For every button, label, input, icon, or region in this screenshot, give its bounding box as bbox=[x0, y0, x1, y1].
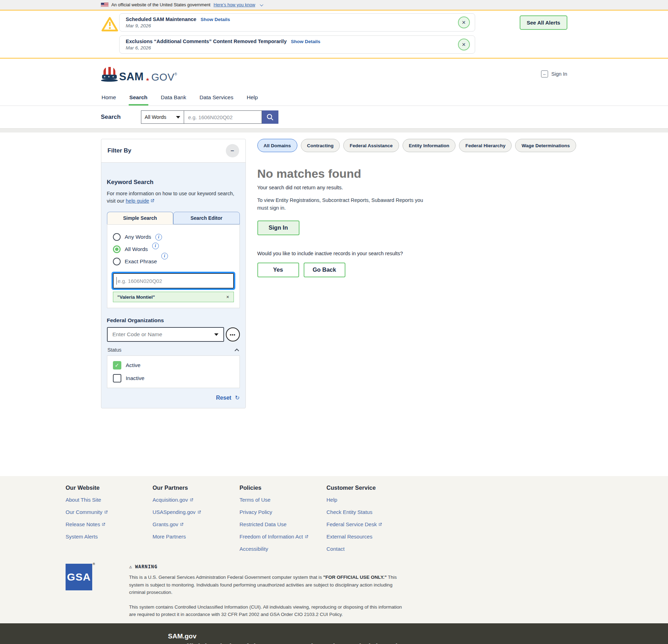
gsa-logo: GSA ® bbox=[66, 564, 92, 590]
footer-column-policies: Policies Terms of Use Privacy Policy Res… bbox=[239, 484, 326, 558]
footer-link-privacy-policy[interactable]: Privacy Policy bbox=[239, 509, 326, 515]
info-icon[interactable]: i bbox=[161, 253, 168, 259]
footer-link-check-entity-status[interactable]: Check Entity Status bbox=[326, 509, 413, 515]
radio-all-words[interactable] bbox=[113, 245, 121, 253]
info-icon[interactable]: i bbox=[152, 243, 159, 249]
warning-triangle-icon bbox=[101, 13, 119, 34]
radio-label-any-words[interactable]: Any Words bbox=[125, 234, 151, 240]
domain-tab-federal-hierarchy[interactable]: Federal Hierarchy bbox=[459, 139, 512, 152]
footer-link-external-resources[interactable]: External Resources bbox=[326, 534, 413, 540]
radio-label-all-words[interactable]: All Words bbox=[125, 246, 148, 252]
sign-in-arrow-icon: ← bbox=[541, 70, 548, 77]
domain-tab-contracting[interactable]: Contracting bbox=[301, 139, 340, 152]
logo-text-gov: GOV® bbox=[151, 73, 177, 82]
help-guide-link[interactable]: help guide bbox=[126, 198, 155, 204]
federal-organizations-placeholder: Enter Code or Name bbox=[113, 331, 162, 338]
footer-tagline: An official website of the U.S. General … bbox=[168, 643, 668, 644]
footer-link-release-notes[interactable]: Release Notes bbox=[66, 521, 153, 527]
status-label: Status bbox=[108, 347, 122, 353]
tab-search-editor[interactable]: Search Editor bbox=[173, 212, 240, 224]
nav-item-help[interactable]: Help bbox=[246, 89, 258, 106]
federal-organizations-title: Federal Organizations bbox=[107, 317, 240, 324]
footer-link-help[interactable]: Help bbox=[326, 497, 413, 503]
footer-link-acquisition-gov[interactable]: Acquisition.gov bbox=[153, 497, 239, 503]
radio-any-words[interactable] bbox=[113, 233, 121, 241]
alert-show-details-link[interactable]: Show Details bbox=[201, 17, 230, 22]
results-area: All Domains Contracting Federal Assistan… bbox=[257, 139, 576, 277]
info-icon[interactable]: i bbox=[155, 234, 162, 240]
footer-link-foia[interactable]: Freedom of Information Act bbox=[239, 534, 326, 540]
checkbox-label-active[interactable]: Active bbox=[126, 362, 141, 368]
external-link-icon bbox=[304, 535, 309, 539]
chevron-down-icon bbox=[260, 3, 263, 6]
text-caret bbox=[116, 277, 117, 285]
footer-link-restricted-data-use[interactable]: Restricted Data Use bbox=[239, 521, 326, 527]
footer-link-system-alerts[interactable]: System Alerts bbox=[66, 534, 153, 540]
footer-link-usaspending-gov[interactable]: USASpending.gov bbox=[153, 509, 239, 515]
more-options-button[interactable]: ••• bbox=[226, 327, 240, 341]
footer-link-federal-service-desk[interactable]: Federal Service Desk bbox=[326, 521, 413, 527]
sign-in-note: To view Entity Registrations, Subcontrac… bbox=[257, 197, 427, 212]
footer-column-title: Our Partners bbox=[153, 484, 239, 491]
external-link-icon bbox=[197, 510, 201, 514]
sign-in-button[interactable]: Sign In bbox=[257, 221, 299, 235]
search-input[interactable] bbox=[184, 110, 262, 124]
remove-tag-icon[interactable]: × bbox=[226, 294, 229, 300]
nav-item-search[interactable]: Search bbox=[129, 89, 148, 106]
alert-show-details-link[interactable]: Show Details bbox=[291, 39, 320, 44]
footer-column-title: Our Website bbox=[66, 484, 153, 491]
domain-tab-entity-information[interactable]: Entity Information bbox=[403, 139, 456, 152]
footer-link-more-partners[interactable]: More Partners bbox=[153, 534, 239, 540]
footer-link-contact[interactable]: Contact bbox=[326, 546, 413, 552]
select-arrow-icon bbox=[214, 333, 218, 336]
search-submit-button[interactable] bbox=[262, 110, 278, 124]
content: Filter By − Keyword Search For more info… bbox=[0, 133, 668, 476]
search-mode-select[interactable]: All Words bbox=[141, 110, 184, 124]
checkbox-inactive[interactable] bbox=[113, 374, 121, 382]
sam-gov-logo[interactable]: ★ ★ ★ SAM ★ GOV® bbox=[101, 66, 177, 82]
chevron-up-icon[interactable] bbox=[235, 348, 239, 353]
alert-close-icon[interactable]: × bbox=[458, 16, 470, 28]
footer-site-name: SAM.gov bbox=[168, 632, 668, 640]
see-all-alerts-button[interactable]: See All Alerts bbox=[520, 15, 567, 30]
registered-mark: ® bbox=[175, 72, 177, 76]
footer-column-title: Policies bbox=[239, 484, 326, 491]
footer-link-terms-of-use[interactable]: Terms of Use bbox=[239, 497, 326, 503]
footer-column-customer-service: Customer Service Help Check Entity Statu… bbox=[326, 484, 413, 558]
domain-tab-wage-determinations[interactable]: Wage Determinations bbox=[515, 139, 576, 152]
gov-banner-link[interactable]: Here’s how you know bbox=[214, 2, 255, 7]
tab-simple-search[interactable]: Simple Search bbox=[107, 212, 174, 224]
no-matches-title: No matches found bbox=[257, 167, 576, 181]
yes-button[interactable]: Yes bbox=[257, 263, 299, 277]
warning-title: WARNING bbox=[135, 564, 157, 569]
header-sign-in[interactable]: ← Sign In bbox=[541, 70, 567, 77]
footer-link-accessibility[interactable]: Accessibility bbox=[239, 546, 326, 552]
nav-item-home[interactable]: Home bbox=[101, 89, 117, 106]
nav-item-data-services[interactable]: Data Services bbox=[199, 89, 234, 106]
inactive-records-question: Would you like to include inactive recor… bbox=[257, 251, 576, 256]
reset-link[interactable]: Reset bbox=[216, 395, 231, 401]
gov-banner-text: An official website of the United States… bbox=[112, 2, 211, 7]
alerts-section: Scheduled SAM Maintenance Show Details M… bbox=[0, 11, 668, 59]
domain-tab-federal-assistance[interactable]: Federal Assistance bbox=[343, 139, 399, 152]
alert-date: Mar 6, 2026 bbox=[126, 45, 454, 50]
dark-footer: SAM.gov An official website of the U.S. … bbox=[0, 623, 668, 644]
footer-link-grants-gov[interactable]: Grants.gov bbox=[153, 521, 239, 527]
radio-exact-phrase[interactable] bbox=[113, 258, 121, 265]
external-link-icon bbox=[104, 510, 108, 514]
external-link-icon bbox=[189, 498, 194, 502]
domain-tab-all-domains[interactable]: All Domains bbox=[257, 139, 297, 152]
footer-link-about-this-site[interactable]: About This Site bbox=[66, 497, 153, 503]
collapse-filter-button[interactable]: − bbox=[226, 144, 239, 157]
reset-refresh-icon: ↻ bbox=[235, 395, 239, 401]
footer-link-our-community[interactable]: Our Community bbox=[66, 509, 153, 515]
alert-close-icon[interactable]: × bbox=[458, 39, 470, 50]
federal-organizations-combo[interactable]: Enter Code or Name bbox=[107, 327, 224, 342]
checkbox-active[interactable]: ✓ bbox=[113, 361, 121, 370]
keyword-input[interactable] bbox=[113, 273, 234, 289]
checkbox-label-inactive[interactable]: Inactive bbox=[126, 375, 144, 381]
status-card: ✓ Active Inactive bbox=[107, 355, 240, 388]
go-back-button[interactable]: Go Back bbox=[304, 263, 345, 277]
radio-label-exact-phrase[interactable]: Exact Phrase bbox=[125, 258, 157, 265]
nav-item-data-bank[interactable]: Data Bank bbox=[160, 89, 187, 106]
